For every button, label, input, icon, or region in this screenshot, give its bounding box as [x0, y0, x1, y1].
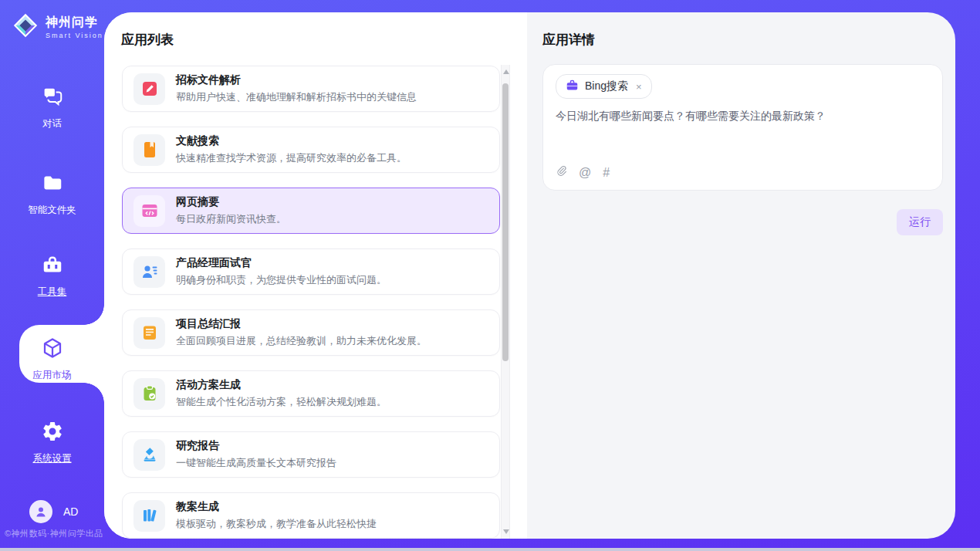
app-name: 产品经理面试官	[176, 256, 387, 270]
report-pad-icon	[133, 317, 165, 349]
chat-icon	[41, 85, 64, 111]
app-card-literature-search[interactable]: 文献搜索 快速精准查找学术资源，提高研究效率的必备工具。	[122, 127, 500, 173]
app-list-title: 应用列表	[121, 31, 174, 49]
diamond-logo-icon	[11, 11, 40, 43]
app-name: 活动方案生成	[176, 378, 387, 392]
sidebar-item-toolkit[interactable]: 工具集	[0, 253, 104, 299]
app-desc: 帮助用户快速、准确地理解和解析招标书中的关键信息	[176, 90, 417, 104]
brand-name: 神州问学	[46, 15, 103, 31]
copyright-footer: ©神州数码·神州问学出品	[5, 528, 103, 539]
chip-close-icon[interactable]: ×	[636, 82, 642, 92]
scroll-up-arrow-icon[interactable]	[503, 69, 509, 74]
scrollbar-track[interactable]	[501, 65, 510, 539]
sidebar-item-label: 应用市场	[33, 369, 72, 382]
browser-code-icon	[133, 195, 165, 227]
app-name: 招标文件解析	[176, 73, 417, 87]
app-list: 招标文件解析 帮助用户快速、准确地理解和解析招标书中的关键信息 文献搜索 快速精…	[122, 66, 500, 539]
app-list-panel: 应用列表 招标文件解析 帮助用户快速、准确地理解和解析招标书中的关键信息	[104, 12, 527, 539]
user-account[interactable]: AD	[29, 500, 78, 523]
app-name: 教案生成	[176, 500, 377, 514]
brand-subtitle: Smart Vision	[46, 32, 103, 39]
app-desc: 一键智能生成高质量长文本研究报告	[176, 456, 336, 470]
tool-chip-bing-search[interactable]: Bing搜索 ×	[556, 74, 652, 99]
app-detail-panel: 应用详情 Bing搜索 × 今日湖北有哪些新闻要点？有哪些需要关注的最新政策？	[527, 12, 955, 539]
microscope-icon	[133, 439, 165, 471]
run-button[interactable]: 运行	[897, 209, 943, 235]
briefcase-icon	[566, 79, 579, 95]
main-shell: 应用列表 招标文件解析 帮助用户快速、准确地理解和解析招标书中的关键信息	[104, 12, 955, 539]
mention-at-icon[interactable]: @	[579, 166, 591, 180]
books-icon	[133, 500, 165, 532]
bottom-edge-strip	[0, 548, 980, 551]
sidebar-item-label: 智能文件夹	[28, 204, 76, 217]
sidebar-item-app-market[interactable]: 应用市场	[0, 336, 104, 382]
doc-edit-icon	[133, 73, 165, 105]
app-name: 项目总结汇报	[176, 317, 427, 331]
prompt-toolbar: @ #	[556, 164, 610, 181]
sidebar-item-label: 对话	[42, 117, 62, 130]
app-detail-title: 应用详情	[542, 31, 943, 49]
book-icon	[133, 134, 165, 166]
app-name: 网页摘要	[176, 195, 286, 209]
sidebar-item-settings[interactable]: 系统设置	[0, 420, 104, 465]
sidebar-item-label: 工具集	[38, 286, 67, 299]
hash-icon[interactable]: #	[603, 166, 610, 180]
paperclip-icon[interactable]	[556, 164, 567, 181]
scrollbar-thumb[interactable]	[502, 83, 509, 361]
app-card-pm-interviewer[interactable]: 产品经理面试官 明确身份和职责，为您提供专业性的面试问题。	[122, 248, 500, 295]
app-name: 研究报告	[176, 439, 336, 453]
app-card-lesson-plan[interactable]: 教案生成 模板驱动，教案秒成，教学准备从此轻松快捷	[122, 492, 500, 539]
app-desc: 快速精准查找学术资源，提高研究效率的必备工具。	[176, 151, 407, 165]
prompt-input[interactable]: 今日湖北有哪些新闻要点？有哪些需要关注的最新政策？	[556, 110, 930, 123]
toolbox-icon	[41, 253, 64, 279]
app-desc: 全面回顾项目进展，总结经验教训，助力未来优化发展。	[176, 334, 427, 348]
gear-icon	[41, 420, 64, 446]
scroll-down-arrow-icon[interactable]	[503, 529, 509, 534]
app-card-web-summary[interactable]: 网页摘要 每日政府新闻资讯快查。	[122, 188, 500, 234]
app-name: 文献搜索	[176, 134, 407, 148]
app-card-bid-doc-parse[interactable]: 招标文件解析 帮助用户快速、准确地理解和解析招标书中的关键信息	[122, 66, 500, 112]
folder-icon	[41, 171, 64, 198]
avatar	[29, 500, 52, 523]
app-card-research-report[interactable]: 研究报告 一键智能生成高质量长文本研究报告	[122, 431, 500, 478]
app-desc: 模板驱动，教案秒成，教学准备从此轻松快捷	[176, 517, 377, 531]
interviewer-icon	[133, 256, 165, 288]
sidebar-item-smart-folder[interactable]: 智能文件夹	[0, 171, 104, 217]
sidebar: 神州问学 Smart Vision 对话 智能文件夹	[0, 0, 104, 551]
app-card-project-summary[interactable]: 项目总结汇报 全面回顾项目进展，总结经验教训，助力未来优化发展。	[122, 309, 500, 356]
app-desc: 明确身份和职责，为您提供专业性的面试问题。	[176, 273, 387, 287]
app-desc: 智能生成个性化活动方案，轻松解决规划难题。	[176, 395, 387, 409]
clipboard-check-icon	[133, 378, 165, 410]
app-desc: 每日政府新闻资讯快查。	[176, 212, 286, 226]
app-card-event-plan[interactable]: 活动方案生成 智能生成个性化活动方案，轻松解决规划难题。	[122, 370, 500, 417]
prompt-card: Bing搜索 × 今日湖北有哪些新闻要点？有哪些需要关注的最新政策？ @ #	[542, 64, 943, 191]
brand-logo: 神州问学 Smart Vision	[11, 11, 103, 43]
sidebar-item-label: 系统设置	[33, 452, 72, 465]
tool-chip-label: Bing搜索	[585, 79, 628, 93]
user-initials: AD	[63, 505, 78, 518]
cube-icon	[41, 336, 64, 363]
sidebar-item-chat[interactable]: 对话	[0, 85, 104, 130]
